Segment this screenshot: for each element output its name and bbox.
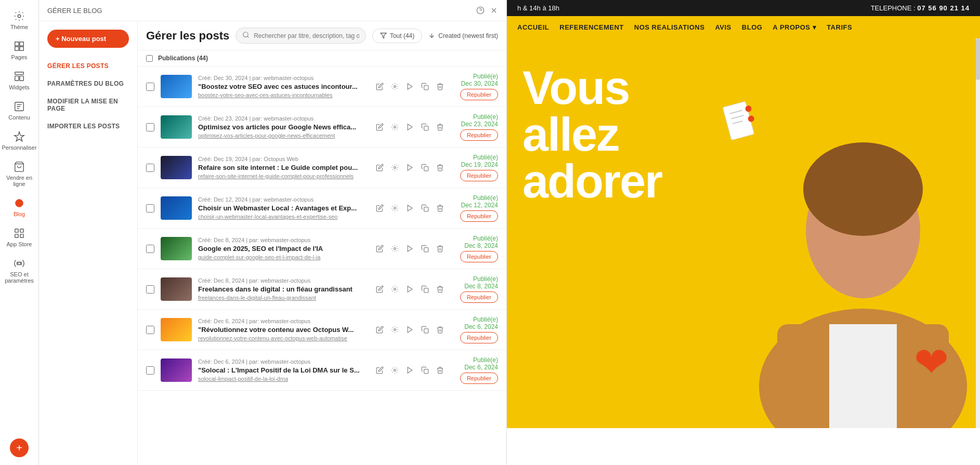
svg-rect-4	[20, 47, 23, 50]
sidebar-item-label-contenu: Contenu	[8, 114, 30, 121]
blog-nav-gerer-posts[interactable]: GÉRER LES POSTS	[39, 58, 137, 74]
edit-post-button[interactable]	[375, 82, 385, 91]
republish-button[interactable]: Republier	[460, 89, 498, 100]
preview-post-button[interactable]	[405, 163, 415, 172]
delete-post-button[interactable]	[435, 163, 445, 172]
republish-button[interactable]: Republier	[460, 170, 498, 181]
post-slug[interactable]: revolutionnez-votre-contenu-avec-octopus…	[198, 335, 369, 341]
scrollbar-thumb[interactable]	[976, 38, 980, 80]
post-checkbox[interactable]	[146, 245, 154, 253]
preview-post-button[interactable]	[405, 244, 415, 254]
settings-post-button[interactable]	[390, 365, 400, 375]
post-info: Créé: Dec 12, 2024 | par: webmaster-octo…	[198, 196, 369, 220]
post-slug[interactable]: choisir-un-webmaster-local-avantages-et-…	[198, 214, 369, 220]
preview-post-button[interactable]	[405, 82, 415, 91]
nav-link-blog[interactable]: BLOG	[742, 23, 763, 31]
preview-post-button[interactable]	[405, 284, 415, 294]
post-slug[interactable]: solocal-limpact-positif-de-la-loi-dma	[198, 376, 369, 382]
republish-button[interactable]: Republier	[460, 373, 498, 384]
duplicate-post-button[interactable]	[420, 163, 430, 172]
duplicate-post-button[interactable]	[420, 82, 430, 91]
delete-post-button[interactable]	[435, 325, 445, 335]
post-checkbox[interactable]	[146, 326, 154, 334]
post-checkbox[interactable]	[146, 366, 154, 375]
help-button[interactable]	[476, 6, 485, 15]
preview-post-button[interactable]	[405, 203, 415, 213]
republish-button[interactable]: Republier	[460, 251, 498, 262]
duplicate-post-button[interactable]	[420, 244, 430, 254]
filter-button[interactable]: Tout (44)	[372, 29, 422, 43]
delete-post-button[interactable]	[435, 82, 445, 91]
settings-post-button[interactable]	[390, 122, 400, 132]
duplicate-post-button[interactable]	[420, 284, 430, 294]
blog-nav-parametres[interactable]: PARAMÈTRES DU BLOG	[39, 76, 137, 91]
preview-post-button[interactable]	[405, 325, 415, 335]
sidebar-item-blog[interactable]: Blog	[0, 192, 38, 222]
settings-post-button[interactable]	[390, 284, 400, 294]
republish-button[interactable]: Republier	[460, 291, 498, 303]
post-slug[interactable]: boostez-votre-seo-avec-ces-astuces-incon…	[198, 92, 369, 98]
preview-post-button[interactable]	[405, 365, 415, 375]
select-all-checkbox[interactable]	[146, 55, 153, 62]
post-slug[interactable]: refaire-son-site-internet-le-guide-compl…	[198, 173, 369, 179]
nav-link-apropos[interactable]: A PROPOS	[773, 23, 816, 31]
delete-post-button[interactable]	[435, 203, 445, 213]
edit-post-button[interactable]	[375, 365, 385, 375]
search-input[interactable]	[254, 32, 359, 39]
edit-post-button[interactable]	[375, 284, 385, 294]
blog-nav-mise-en-page[interactable]: MODIFIER LA MISE EN PAGE	[39, 94, 137, 116]
post-checkbox[interactable]	[146, 285, 154, 294]
add-widget-button[interactable]: +	[10, 439, 29, 457]
post-checkbox[interactable]	[146, 204, 154, 212]
sidebar-item-seo[interactable]: SEO et paramètres	[0, 253, 38, 289]
sidebar-item-contenu[interactable]: Contenu	[0, 96, 38, 126]
new-post-button[interactable]: + Nouveau post	[47, 30, 129, 48]
settings-post-button[interactable]	[390, 163, 400, 172]
nav-link-tarifs[interactable]: TARIFS	[827, 23, 852, 31]
search-bar[interactable]	[236, 28, 366, 44]
preview-post-button[interactable]	[405, 122, 415, 132]
delete-post-button[interactable]	[435, 284, 445, 294]
sidebar-item-widgets[interactable]: Widgets	[0, 65, 38, 96]
post-slug[interactable]: freelances-dans-le-digital-un-fleau-gran…	[198, 295, 369, 301]
scrollbar-track[interactable]	[976, 38, 980, 428]
edit-post-button[interactable]	[375, 244, 385, 254]
republish-button[interactable]: Republier	[460, 129, 498, 141]
nav-link-realisations[interactable]: Nos realisations	[634, 23, 705, 31]
edit-post-button[interactable]	[375, 122, 385, 132]
nav-link-referencement[interactable]: REFERENCEMENT	[559, 23, 624, 31]
delete-post-button[interactable]	[435, 244, 445, 254]
post-checkbox[interactable]	[146, 123, 154, 131]
sidebar-item-theme[interactable]: Thème	[0, 5, 38, 35]
republish-button[interactable]: Republier	[460, 210, 498, 222]
theme-icon	[14, 10, 25, 22]
post-slug[interactable]: guide-complet-sur-google-seo-et-l-impact…	[198, 254, 369, 260]
edit-post-button[interactable]	[375, 325, 385, 335]
settings-post-button[interactable]	[390, 203, 400, 213]
sidebar-item-appstore[interactable]: App Store	[0, 222, 38, 253]
sidebar-item-vendre[interactable]: Vendre en ligne	[0, 156, 38, 192]
settings-post-button[interactable]	[390, 244, 400, 254]
delete-post-button[interactable]	[435, 122, 445, 132]
edit-post-button[interactable]	[375, 163, 385, 172]
republish-button[interactable]: Republier	[460, 332, 498, 343]
post-slug[interactable]: optimisez-vos-articles-pour-google-news-…	[198, 132, 369, 139]
edit-post-button[interactable]	[375, 203, 385, 213]
duplicate-post-button[interactable]	[420, 122, 430, 132]
settings-post-button[interactable]	[390, 82, 400, 91]
sidebar-item-personnaliser[interactable]: Personnaliser	[0, 126, 38, 156]
post-title: "Boostez votre SEO avec ces astuces inco…	[198, 83, 369, 90]
close-button[interactable]	[490, 6, 498, 15]
duplicate-post-button[interactable]	[420, 365, 430, 375]
nav-link-accueil[interactable]: ACCUEIL	[517, 23, 549, 31]
duplicate-post-button[interactable]	[420, 325, 430, 335]
post-checkbox[interactable]	[146, 83, 154, 91]
nav-link-avis[interactable]: AVIS	[715, 23, 731, 31]
sort-button[interactable]: Created (newest first)	[428, 32, 498, 39]
duplicate-post-button[interactable]	[420, 203, 430, 213]
post-checkbox[interactable]	[146, 164, 154, 172]
blog-nav-importer[interactable]: IMPORTER LES POSTS	[39, 118, 137, 134]
settings-post-button[interactable]	[390, 325, 400, 335]
sidebar-item-pages[interactable]: Pages	[0, 35, 38, 65]
delete-post-button[interactable]	[435, 365, 445, 375]
